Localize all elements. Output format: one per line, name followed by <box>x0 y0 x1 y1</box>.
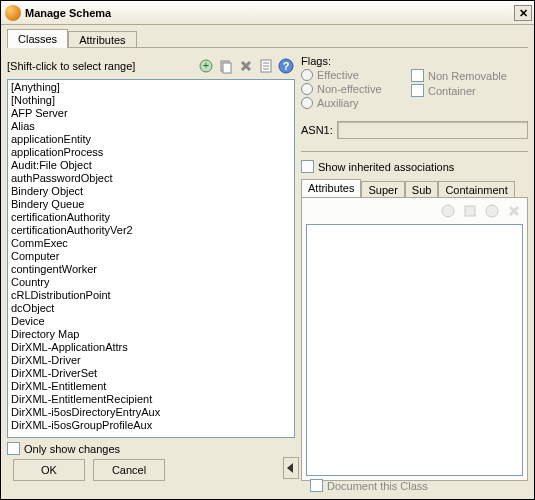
title-bar: Manage Schema ✕ <box>1 1 534 25</box>
only-show-changes-label: Only show changes <box>24 443 120 455</box>
attr-delete-icon[interactable] <box>505 202 523 220</box>
list-item[interactable]: DirXML-ApplicationAttrs <box>9 341 293 354</box>
container-checkbox[interactable] <box>411 84 424 97</box>
attr-add-optional-icon[interactable] <box>461 202 479 220</box>
attribute-toolbar <box>306 202 523 220</box>
collapse-button[interactable] <box>283 457 299 479</box>
attr-add-mandatory-icon[interactable] <box>439 202 457 220</box>
subtab-containment[interactable]: Containment <box>438 181 514 198</box>
only-show-changes-checkbox[interactable] <box>7 442 20 455</box>
list-item[interactable]: [Nothing] <box>9 94 293 107</box>
tab-classes[interactable]: Classes <box>7 29 68 48</box>
main-tabs: Classes Attributes <box>1 25 534 48</box>
list-item[interactable]: CommExec <box>9 237 293 250</box>
tab-attributes[interactable]: Attributes <box>68 31 136 48</box>
list-item[interactable]: contingentWorker <box>9 263 293 276</box>
list-item[interactable]: dcObject <box>9 302 293 315</box>
attribute-list[interactable] <box>306 224 523 476</box>
list-item[interactable]: Bindery Queue <box>9 198 293 211</box>
svg-rect-11 <box>465 206 475 216</box>
effective-label: Effective <box>317 69 359 81</box>
list-item[interactable]: Audit:File Object <box>9 159 293 172</box>
attr-add-naming-icon[interactable] <box>483 202 501 220</box>
left-toolbar: [Shift-click to select range] + ? <box>7 55 295 77</box>
list-item[interactable]: applicationEntity <box>9 133 293 146</box>
list-item[interactable]: DirXML-i5osGroupProfileAux <box>9 419 293 432</box>
show-inherited-label: Show inherited associations <box>318 161 454 173</box>
non-effective-label: Non-effective <box>317 83 382 95</box>
list-item[interactable]: Bindery Object <box>9 185 293 198</box>
auxiliary-label: Auxiliary <box>317 97 359 109</box>
copy-icon[interactable] <box>217 57 235 75</box>
list-item[interactable]: Directory Map <box>9 328 293 341</box>
svg-rect-3 <box>223 63 231 73</box>
document-class-checkbox[interactable] <box>310 479 323 492</box>
list-item[interactable]: certificationAuthority <box>9 211 293 224</box>
svg-text:?: ? <box>283 60 290 72</box>
subtab-super[interactable]: Super <box>361 181 404 198</box>
window-title: Manage Schema <box>25 7 514 19</box>
list-item[interactable]: certificationAuthorityVer2 <box>9 224 293 237</box>
add-icon[interactable]: + <box>197 57 215 75</box>
list-item[interactable]: DirXML-Entitlement <box>9 380 293 393</box>
flags-label: Flags: <box>301 55 528 67</box>
non-removable-checkbox[interactable] <box>411 69 424 82</box>
auxiliary-radio[interactable] <box>301 97 313 109</box>
list-item[interactable]: DirXML-DriverSet <box>9 367 293 380</box>
close-button[interactable]: ✕ <box>514 5 532 21</box>
non-effective-radio[interactable] <box>301 83 313 95</box>
selection-hint: [Shift-click to select range] <box>7 60 195 72</box>
list-item[interactable]: AFP Server <box>9 107 293 120</box>
asn1-label: ASN1: <box>301 124 333 136</box>
svg-point-12 <box>486 205 498 217</box>
list-item[interactable]: Alias <box>9 120 293 133</box>
svg-point-10 <box>442 205 454 217</box>
notes-icon[interactable] <box>257 57 275 75</box>
list-item[interactable]: Country <box>9 276 293 289</box>
sub-tabs: Attributes Super Sub Containment <box>301 179 528 198</box>
list-item[interactable]: [Anything] <box>9 81 293 94</box>
show-inherited-checkbox[interactable] <box>301 160 314 173</box>
delete-icon[interactable] <box>237 57 255 75</box>
list-item[interactable]: applicationProcess <box>9 146 293 159</box>
class-list[interactable]: [Anything][Nothing]AFP ServerAliasapplic… <box>7 79 295 438</box>
ok-button[interactable]: OK <box>13 459 85 481</box>
list-item[interactable]: cRLDistributionPoint <box>9 289 293 302</box>
help-icon[interactable]: ? <box>277 57 295 75</box>
list-item[interactable]: DirXML-EntitlementRecipient <box>9 393 293 406</box>
non-removable-label: Non Removable <box>428 70 507 82</box>
effective-radio[interactable] <box>301 69 313 81</box>
list-item[interactable]: authPasswordObject <box>9 172 293 185</box>
subtab-attributes[interactable]: Attributes <box>301 179 361 198</box>
cancel-button[interactable]: Cancel <box>93 459 165 481</box>
container-label: Container <box>428 85 476 97</box>
svg-text:+: + <box>203 59 209 71</box>
list-item[interactable]: DirXML-i5osDirectoryEntryAux <box>9 406 293 419</box>
list-item[interactable]: Computer <box>9 250 293 263</box>
app-icon <box>5 5 21 21</box>
list-item[interactable]: Device <box>9 315 293 328</box>
asn1-field[interactable] <box>337 121 528 139</box>
subtab-sub[interactable]: Sub <box>405 181 439 198</box>
list-item[interactable]: DirXML-Driver <box>9 354 293 367</box>
document-class-label: Document this Class <box>327 480 428 492</box>
